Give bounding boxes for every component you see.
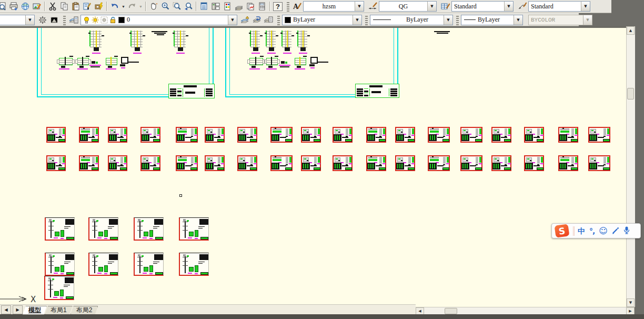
table-style-combo[interactable]: Standard ▼ — [451, 1, 514, 12]
detail-thumbnail[interactable] — [134, 217, 164, 241]
quickcalc-button[interactable] — [256, 1, 268, 12]
cut-button[interactable] — [47, 1, 58, 12]
chevron-down-icon[interactable]: ▼ — [427, 2, 436, 11]
undo-button[interactable] — [109, 1, 120, 12]
scroll-down-button[interactable]: ▼ — [627, 298, 635, 307]
title-block[interactable] — [355, 84, 399, 98]
sheet-thumbnail[interactable] — [428, 155, 450, 171]
footing-detail[interactable] — [309, 57, 327, 69]
plot-preview-button[interactable] — [0, 1, 8, 12]
toolbar-grip[interactable] — [63, 15, 66, 25]
sheet-thumbnail[interactable] — [333, 155, 353, 171]
mleader-style-combo[interactable]: Standard ▼ — [528, 1, 590, 12]
sheet-thumbnail[interactable] — [558, 127, 578, 143]
color-combo[interactable]: ByLayer ▼ — [282, 15, 362, 25]
tool-palettes-button[interactable] — [222, 1, 233, 12]
sheet-thumbnail[interactable] — [301, 155, 321, 171]
linetype-combo[interactable]: ByLayer ▼ — [370, 15, 453, 25]
undo-dropdown[interactable]: ▼ — [120, 1, 126, 12]
model-space-canvas[interactable]: X — [0, 26, 626, 307]
scroll-up-button[interactable]: ▲ — [627, 26, 635, 35]
properties-button[interactable] — [198, 1, 210, 12]
ime-punctuation-button[interactable]: °, — [589, 227, 595, 235]
tab-layout1[interactable]: 布局1 — [45, 306, 73, 315]
workspace-combo[interactable]: ▼ — [0, 15, 35, 25]
sheet-thumbnail[interactable] — [428, 127, 450, 143]
text-style-button[interactable]: A — [291, 1, 303, 12]
detail-thumbnail[interactable] — [44, 276, 74, 300]
column-detail[interactable] — [265, 31, 278, 55]
redo-button[interactable] — [126, 1, 138, 12]
designcenter-button[interactable] — [210, 1, 222, 12]
image-button[interactable] — [31, 1, 43, 12]
layer-vp-freeze-icon[interactable] — [100, 16, 108, 24]
redo-dropdown[interactable]: ▼ — [138, 1, 144, 12]
sheet-thumbnail[interactable] — [176, 155, 198, 171]
footing-detail[interactable] — [104, 57, 122, 69]
layer-unlock-icon[interactable] — [109, 16, 116, 24]
sheet-thumbnail[interactable] — [460, 127, 482, 143]
toolbar-grip[interactable] — [456, 15, 459, 25]
footing-detail[interactable] — [57, 57, 75, 69]
footing-detail[interactable] — [293, 57, 310, 69]
layer-thaw-sun-icon[interactable] — [92, 16, 99, 24]
chevron-down-icon[interactable]: ▼ — [353, 15, 361, 25]
column-detail[interactable] — [88, 31, 104, 55]
sheet-thumbnail[interactable] — [395, 127, 415, 143]
tab-layout2[interactable]: 布局2 — [71, 306, 98, 315]
ime-emoji-button[interactable]: ☺ — [599, 227, 608, 235]
sheet-thumbnail[interactable] — [301, 127, 321, 143]
pan-button[interactable] — [148, 1, 159, 12]
detail-thumbnail[interactable] — [45, 253, 75, 276]
sheet-thumbnail[interactable] — [205, 155, 225, 171]
sheet-thumbnail[interactable] — [79, 155, 99, 171]
publish-button[interactable] — [19, 1, 31, 12]
sheet-set-manager-button[interactable] — [233, 1, 245, 12]
plot-button[interactable] — [8, 1, 19, 12]
sheet-thumbnail[interactable] — [588, 155, 610, 171]
sheet-thumbnail[interactable] — [460, 155, 482, 171]
footing-detail[interactable] — [247, 57, 265, 69]
sheet-thumbnail[interactable] — [588, 127, 610, 143]
ime-chinese-mode-button[interactable]: 中 — [578, 227, 585, 235]
column-detail[interactable] — [249, 31, 263, 55]
footing-detail[interactable] — [120, 57, 138, 69]
sheet-thumbnail[interactable] — [237, 155, 257, 171]
sheet-thumbnail[interactable] — [524, 155, 544, 171]
tab-nav-first-button[interactable]: ◀ — [1, 305, 11, 314]
sheet-thumbnail[interactable] — [333, 127, 353, 143]
sheet-thumbnail[interactable] — [395, 155, 415, 171]
sheet-thumbnail[interactable] — [140, 155, 160, 171]
sheet-thumbnail[interactable] — [237, 127, 257, 143]
title-block[interactable] — [168, 84, 215, 98]
detail-thumbnail[interactable] — [179, 253, 209, 276]
scroll-left-button[interactable]: ◀ — [416, 307, 424, 315]
layer-properties-button[interactable] — [68, 14, 79, 25]
zoom-window-button[interactable] — [171, 1, 183, 12]
ime-handwriting-button[interactable] — [612, 227, 619, 235]
match-properties-button[interactable] — [82, 1, 93, 12]
detail-thumbnail[interactable] — [134, 253, 164, 276]
layer-on-bulb-icon[interactable] — [83, 16, 90, 24]
sheet-thumbnail[interactable] — [108, 155, 127, 171]
vertical-scrollbar[interactable]: ▲ ▼ — [626, 26, 635, 307]
named-views-button[interactable] — [48, 14, 60, 25]
sheet-thumbnail[interactable] — [79, 127, 99, 143]
sheet-thumbnail[interactable] — [270, 155, 293, 171]
layer-combo[interactable]: 0 ▼ — [80, 15, 237, 25]
tab-model[interactable]: 模型 — [23, 306, 47, 315]
sheet-thumbnail[interactable] — [108, 127, 127, 143]
detail-thumbnail[interactable] — [45, 217, 75, 241]
toolbar-grip[interactable] — [277, 15, 280, 25]
sheet-thumbnail[interactable] — [524, 127, 544, 143]
sheet-thumbnail[interactable] — [558, 155, 578, 171]
zoom-realtime-button[interactable] — [159, 1, 171, 12]
sheet-thumbnail[interactable] — [46, 155, 66, 171]
mleader-style-button[interactable] — [517, 1, 528, 12]
text-style-combo[interactable]: hzsm ▼ — [303, 1, 364, 12]
ime-voice-button[interactable] — [623, 226, 630, 235]
copy-button[interactable] — [58, 1, 70, 12]
chevron-down-icon[interactable]: ▼ — [228, 15, 237, 25]
sheet-thumbnail[interactable] — [491, 127, 511, 143]
sheet-thumbnail[interactable] — [491, 155, 511, 171]
